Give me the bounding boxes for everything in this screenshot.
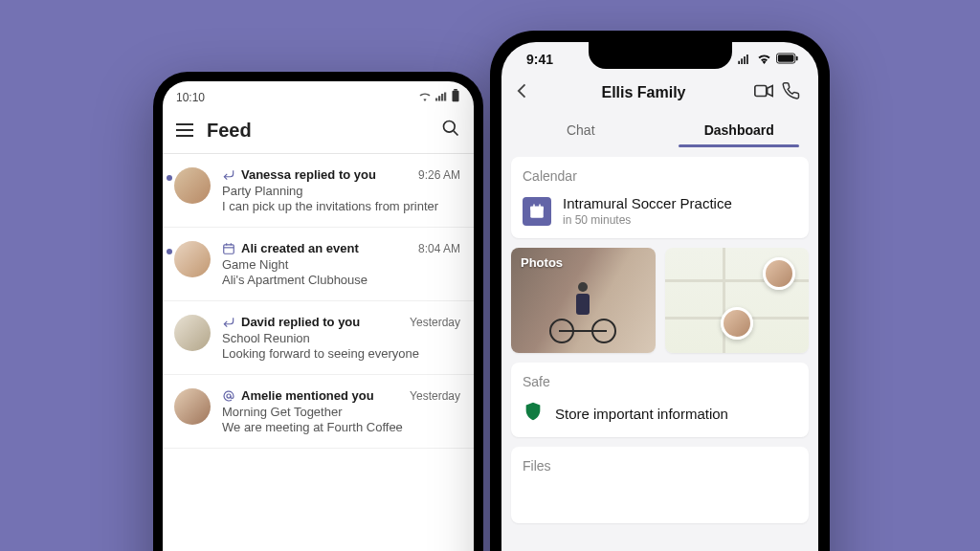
svg-marker-13 — [768, 86, 773, 97]
android-status-bar: 10:10 — [163, 81, 474, 109]
photos-label: Photos — [521, 255, 563, 270]
ios-status-icons — [737, 52, 799, 67]
feed-message: We are meeting at Fourth Coffee — [222, 420, 460, 434]
back-icon[interactable] — [513, 81, 534, 104]
chat-title: Ellis Family — [542, 84, 746, 101]
unread-indicator — [167, 249, 172, 254]
safe-text: Store important information — [555, 406, 728, 422]
files-label: Files — [523, 458, 797, 474]
shield-icon — [523, 401, 544, 426]
feed-headline: Vanessa replied to you — [241, 167, 376, 182]
calendar-icon — [222, 242, 235, 255]
avatar — [174, 241, 211, 277]
feed-subject: Game Night — [222, 257, 460, 272]
feed-subject: Party Planning — [222, 184, 460, 198]
tile-row: Photos — [511, 248, 809, 353]
svg-rect-1 — [454, 89, 457, 91]
avatar — [174, 315, 211, 351]
safe-card[interactable]: Safe Store important information — [511, 363, 809, 437]
avatar — [174, 167, 211, 204]
battery-icon — [776, 52, 799, 67]
phone-call-icon[interactable] — [782, 81, 803, 104]
reply-icon — [222, 316, 235, 329]
feed-time: Yesterday — [410, 316, 460, 329]
feed-item[interactable]: David replied to you Yesterday School Re… — [163, 301, 474, 375]
calendar-event-text: Intramural Soccer Practice in 50 minutes — [563, 195, 732, 227]
calendar-event-row[interactable]: Intramural Soccer Practice in 50 minutes — [523, 195, 797, 227]
svg-rect-11 — [796, 56, 798, 61]
dashboard-scroll[interactable]: Calendar Intramural Soccer Practice in 5… — [501, 147, 818, 533]
android-status-icons — [418, 89, 460, 105]
feed-body: David replied to you Yesterday School Re… — [222, 315, 460, 361]
feed-subject: Morning Get Together — [222, 405, 460, 419]
feed-headline: David replied to you — [241, 315, 360, 329]
calendar-event-title: Intramural Soccer Practice — [563, 195, 732, 211]
feed-title: Feed — [207, 120, 428, 142]
android-screen: 10:10 Feed — [163, 81, 474, 551]
feed-headline: Amelie mentioned you — [241, 388, 374, 403]
feed-message: Looking forward to seeing everyone — [222, 346, 460, 361]
hamburger-menu-icon[interactable] — [176, 123, 193, 137]
video-call-icon[interactable] — [753, 80, 774, 105]
calendar-icon — [523, 197, 551, 226]
notch — [589, 42, 732, 69]
wifi-icon — [757, 52, 771, 67]
svg-rect-15 — [530, 206, 544, 209]
feed-item[interactable]: Ali created an event 8:04 AM Game Night … — [163, 228, 474, 301]
signal-icon — [737, 52, 752, 67]
search-icon[interactable] — [441, 119, 460, 142]
location-pin — [721, 307, 753, 340]
svg-rect-17 — [539, 204, 541, 207]
ios-screen: 9:41 Ellis Family — [501, 42, 818, 551]
svg-point-2 — [444, 121, 456, 133]
svg-rect-0 — [453, 91, 459, 101]
photos-tile[interactable]: Photos — [511, 248, 656, 353]
feed-body: Vanessa replied to you 9:26 AM Party Pla… — [222, 167, 460, 213]
feed-body: Amelie mentioned you Yesterday Morning G… — [222, 388, 460, 434]
svg-point-8 — [227, 393, 231, 397]
ios-tabs: Chat Dashboard — [501, 107, 818, 147]
feed-time: 8:04 AM — [418, 242, 460, 255]
svg-rect-10 — [778, 55, 794, 61]
unread-indicator — [167, 175, 172, 181]
feed-time: 9:26 AM — [418, 168, 460, 182]
calendar-label: Calendar — [523, 168, 797, 184]
location-tile[interactable] — [665, 248, 810, 353]
svg-line-3 — [454, 131, 458, 136]
ios-time: 9:41 — [526, 52, 553, 67]
signal-icon — [435, 91, 447, 104]
safe-label: Safe — [523, 374, 797, 389]
ios-titlebar: Ellis Family — [501, 71, 818, 107]
location-pin — [763, 257, 795, 290]
feed-body: Ali created an event 8:04 AM Game Night … — [222, 241, 460, 287]
files-card[interactable]: Files — [511, 447, 809, 523]
battery-icon — [451, 89, 460, 105]
mention-icon — [222, 389, 235, 403]
android-phone-frame: 10:10 Feed — [153, 72, 483, 551]
safe-row[interactable]: Store important information — [523, 401, 797, 426]
ios-phone-frame: 9:41 Ellis Family — [490, 31, 830, 551]
svg-rect-4 — [224, 244, 234, 253]
android-header: Feed — [163, 109, 474, 153]
bicycle-figure — [549, 301, 616, 343]
svg-rect-16 — [533, 204, 535, 207]
feed-item[interactable]: Amelie mentioned you Yesterday Morning G… — [163, 375, 474, 449]
calendar-event-subtitle: in 50 minutes — [563, 213, 732, 227]
feed-subject: School Reunion — [222, 331, 460, 345]
feed-headline: Ali created an event — [241, 241, 359, 255]
feed-message: Ali's Apartment Clubhouse — [222, 273, 460, 287]
feed-item[interactable]: Vanessa replied to you 9:26 AM Party Pla… — [163, 154, 474, 228]
tab-dashboard[interactable]: Dashboard — [660, 115, 819, 147]
calendar-card[interactable]: Calendar Intramural Soccer Practice in 5… — [511, 157, 809, 238]
feed-time: Yesterday — [410, 389, 460, 403]
map-road — [723, 248, 725, 353]
feed-message: I can pick up the invitations from print… — [222, 199, 460, 213]
reply-icon — [222, 168, 235, 182]
avatar — [174, 388, 211, 425]
android-time: 10:10 — [176, 91, 205, 104]
wifi-icon — [418, 91, 432, 104]
svg-rect-12 — [755, 86, 767, 97]
tab-chat[interactable]: Chat — [501, 115, 660, 147]
